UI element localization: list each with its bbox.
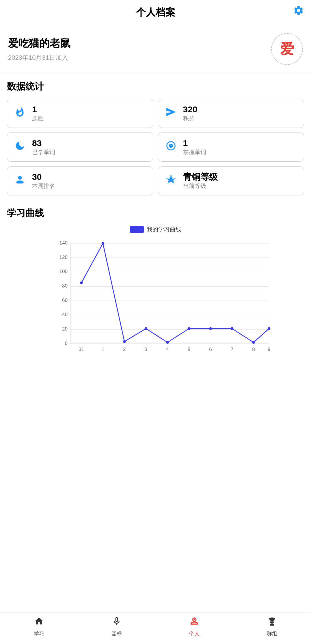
stat-card-points: 320 积分 [158, 99, 304, 128]
learned-icon [13, 140, 27, 154]
mastered-content: 1 掌握单词 [183, 138, 206, 156]
svg-text:2: 2 [123, 346, 126, 352]
chart-svg: 0 20 40 60 80 100 120 140 31 1 2 3 4 5 6… [24, 238, 304, 362]
learned-label: 已学单词 [32, 148, 55, 156]
svg-text:80: 80 [62, 283, 68, 289]
legend-color-box [130, 226, 144, 233]
stat-card-learned: 83 已学单词 [7, 132, 153, 162]
mastered-value: 1 [183, 138, 206, 148]
nav-label-phonetics: 音标 [111, 630, 122, 637]
person-icon [189, 616, 199, 628]
chart-container: 0 20 40 60 80 100 120 140 31 1 2 3 4 5 6… [7, 238, 304, 376]
legend-label: 我的学习曲线 [147, 225, 181, 233]
svg-point-46 [273, 621, 273, 622]
svg-text:40: 40 [62, 311, 68, 317]
page-title: 个人档案 [136, 6, 175, 19]
stats-title: 数据统计 [7, 80, 304, 93]
points-label: 积分 [183, 115, 198, 122]
join-date: 2023年10月31日加入 [8, 53, 70, 62]
svg-text:140: 140 [59, 240, 68, 246]
svg-point-34 [166, 341, 169, 344]
stats-grid: 1 连胜 320 积分 83 [7, 99, 304, 195]
svg-point-1 [17, 182, 23, 184]
bottom-nav: 学习 音标 个人 [0, 613, 311, 644]
svg-text:8: 8 [252, 346, 255, 352]
level-icon [164, 174, 178, 188]
nav-item-group[interactable]: 群组 [233, 616, 311, 637]
nav-item-learn[interactable]: 学习 [0, 616, 78, 637]
svg-point-32 [123, 340, 126, 343]
nav-label-profile: 个人 [189, 630, 200, 637]
points-content: 320 积分 [183, 104, 198, 122]
svg-rect-43 [269, 618, 275, 620]
nav-label-group: 群组 [267, 630, 277, 637]
learned-content: 83 已学单词 [32, 138, 55, 156]
nav-item-profile[interactable]: 个人 [156, 616, 233, 637]
svg-text:31: 31 [79, 346, 84, 352]
settings-icon[interactable] [293, 5, 304, 19]
svg-point-45 [271, 621, 271, 622]
svg-point-37 [231, 327, 234, 330]
svg-point-33 [145, 327, 148, 330]
profile-info: 爱吃猫的老鼠 2023年10月31日加入 [8, 36, 70, 62]
svg-point-30 [80, 281, 83, 284]
chart-section: 学习曲线 我的学习曲线 0 20 40 60 80 100 120 [0, 200, 311, 613]
stat-card-streak: 1 连胜 [7, 99, 153, 128]
home-icon [34, 616, 44, 628]
svg-text:0: 0 [65, 340, 68, 346]
stat-card-level: 青铜等级 当前等级 [158, 166, 304, 195]
svg-text:6: 6 [209, 346, 212, 352]
svg-text:100: 100 [59, 268, 68, 274]
mastered-label: 掌握单词 [183, 148, 206, 156]
level-content: 青铜等级 当前等级 [183, 172, 218, 190]
svg-text:60: 60 [62, 297, 68, 303]
svg-point-36 [209, 327, 212, 330]
svg-point-41 [194, 619, 195, 620]
nav-item-phonetics[interactable]: 音标 [78, 616, 155, 637]
level-value: 青铜等级 [183, 172, 218, 182]
mic-icon [112, 616, 122, 628]
rank-icon [13, 174, 27, 188]
mastered-icon [164, 140, 178, 154]
learned-value: 83 [32, 138, 55, 148]
stat-card-mastered: 1 掌握单词 [158, 132, 304, 162]
streak-icon [13, 107, 27, 120]
rank-label: 本周排名 [32, 182, 55, 190]
profile-section: 爱吃猫的老鼠 2023年10月31日加入 爱 [0, 24, 311, 72]
svg-point-38 [252, 341, 255, 344]
svg-text:1: 1 [102, 346, 105, 352]
chart-legend: 我的学习曲线 [7, 225, 304, 233]
points-icon [164, 107, 178, 120]
points-value: 320 [183, 104, 198, 115]
stat-card-rank: 30 本周排名 [7, 166, 153, 195]
svg-text:120: 120 [59, 254, 68, 260]
rank-value: 30 [32, 172, 55, 182]
svg-text:5: 5 [188, 346, 191, 352]
nav-label-learn: 学习 [34, 630, 44, 637]
svg-text:3: 3 [145, 346, 148, 352]
svg-point-39 [268, 327, 271, 330]
streak-value: 1 [32, 104, 44, 115]
svg-text:9: 9 [268, 346, 271, 352]
svg-text:7: 7 [231, 346, 234, 352]
rank-content: 30 本周排名 [32, 172, 55, 190]
streak-label: 连胜 [32, 115, 44, 122]
svg-text:4: 4 [166, 346, 169, 352]
stats-section: 数据统计 1 连胜 320 积分 [0, 72, 311, 200]
level-label: 当前等级 [183, 182, 218, 190]
svg-point-35 [188, 327, 191, 330]
chart-title: 学习曲线 [7, 207, 304, 220]
avatar: 爱 [271, 33, 303, 65]
svg-point-0 [18, 176, 22, 180]
header: 个人档案 [0, 0, 311, 24]
svg-point-31 [102, 242, 105, 245]
streak-content: 1 连胜 [32, 104, 44, 122]
svg-text:20: 20 [62, 326, 68, 332]
spy-icon [267, 616, 277, 628]
username: 爱吃猫的老鼠 [8, 36, 70, 51]
